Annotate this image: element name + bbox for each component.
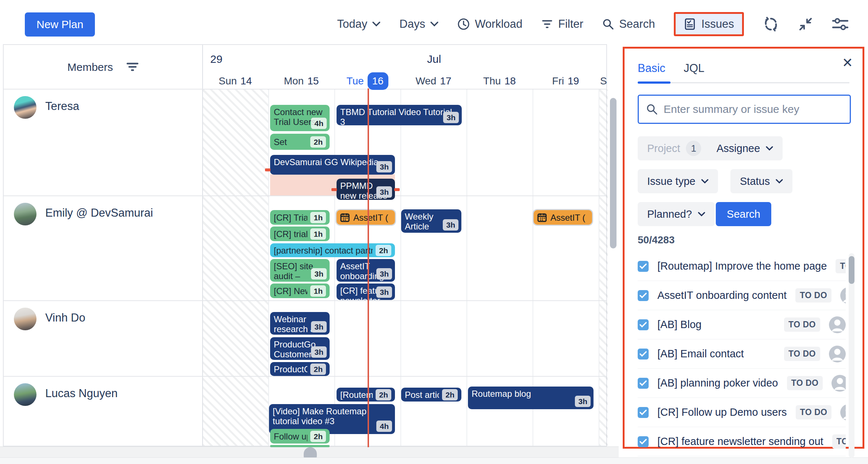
- checkbox-checked[interactable]: [638, 319, 649, 330]
- issue-type-filter-chip[interactable]: Issue type: [638, 169, 718, 193]
- day-name: Sun: [219, 75, 237, 87]
- task-bar-calendar[interactable]: AssetIT (: [337, 210, 395, 225]
- member-filter-icon[interactable]: [126, 62, 139, 73]
- task-bar[interactable]: Follow up 2h: [270, 429, 330, 444]
- search-icon: [646, 103, 658, 115]
- task-bar[interactable]: Webinar research and 3h: [270, 312, 330, 335]
- task-bar[interactable]: [Routemap] 2h: [337, 388, 395, 402]
- issue-row[interactable]: [CR] Follow up Demo users TO DO: [638, 398, 846, 427]
- issues-button[interactable]: Issues: [676, 14, 742, 34]
- task-label: Weekly Article: [405, 212, 433, 231]
- settings-sliders-icon[interactable]: [832, 18, 848, 31]
- search-button[interactable]: Search: [602, 18, 655, 31]
- tab-jql[interactable]: JQL: [684, 62, 704, 75]
- checkbox-checked[interactable]: [638, 378, 649, 389]
- assignee-filter-label: Assignee: [717, 142, 760, 155]
- issue-row[interactable]: AssetIT onboarding content TO DO: [638, 281, 846, 310]
- issue-row[interactable]: [CR] feature newsletter sending out TO D…: [638, 427, 846, 456]
- task-label: [partnership] contact partner: [274, 246, 373, 255]
- today-button[interactable]: Today: [337, 18, 381, 31]
- project-filter-chip[interactable]: Project 1: [638, 136, 711, 160]
- checkbox-checked[interactable]: [638, 349, 649, 360]
- filter-button[interactable]: Filter: [541, 18, 583, 31]
- day-header-wed[interactable]: Wed 17: [400, 72, 466, 90]
- panel-scrollbar-thumb[interactable]: [849, 256, 854, 284]
- task-bar[interactable]: Contact new Trial Users 4h: [270, 105, 330, 131]
- issue-row[interactable]: [AB] planning poker video TO DO: [638, 369, 846, 398]
- task-bar[interactable]: DevSamurai GG Wikipedia 3h: [270, 155, 395, 175]
- status-badge: TO DO: [796, 405, 832, 419]
- issue-row[interactable]: [AB] Blog TO DO: [638, 310, 846, 339]
- task-bar[interactable]: [CR] trial 1h: [270, 227, 330, 241]
- task-bar[interactable]: AssetIT onboarding 3h: [337, 259, 395, 282]
- task-label: Routemap blog: [472, 389, 531, 399]
- week-number: 29: [210, 53, 222, 65]
- search-label: Search: [619, 18, 655, 31]
- close-icon[interactable]: ✕: [842, 55, 853, 71]
- task-bar[interactable]: Routemap blog 3h: [468, 387, 594, 409]
- issue-search-box[interactable]: [638, 95, 851, 124]
- tab-basic[interactable]: Basic: [638, 62, 665, 75]
- panel-scrollbar-track[interactable]: [849, 253, 854, 458]
- task-bar[interactable]: TBMD Tutorial Video Tutorial 3 3h: [337, 105, 462, 125]
- task-bar[interactable]: [CR] feature newsletter 3h: [337, 284, 395, 300]
- checkbox-checked[interactable]: [638, 436, 649, 447]
- day-number: 15: [307, 75, 319, 87]
- issue-row[interactable]: [Routemap] Improve the home page TO DO: [638, 252, 846, 281]
- timeline-horizontal-scrollbar-track[interactable]: [0, 446, 619, 457]
- task-bar[interactable]: [partnership] contact partner 2h: [270, 243, 395, 257]
- task-label: ProductGo: [274, 364, 307, 374]
- filter-label: Filter: [558, 18, 583, 31]
- member-row-emily[interactable]: Emily @ DevSamurai: [4, 196, 202, 300]
- task-bar[interactable]: [SEO] site audit – 3h: [270, 259, 330, 282]
- assignee-filter-chip[interactable]: Assignee: [707, 136, 783, 160]
- days-scale-button[interactable]: Days: [399, 18, 438, 31]
- task-label: [SEO] site audit –: [274, 261, 313, 281]
- task-bar[interactable]: ProductGo 2h: [270, 362, 330, 376]
- status-filter-chip[interactable]: Status: [730, 169, 792, 193]
- timeline-vertical-scrollbar[interactable]: [610, 98, 617, 248]
- active-tab-underline: [638, 81, 671, 84]
- timeline-grid: Members 29 Jul Sun 14 Mon 15 Tue 16 Wed …: [3, 44, 607, 446]
- checkbox-checked[interactable]: [638, 290, 649, 301]
- checkbox-checked[interactable]: [638, 407, 649, 418]
- task-bar[interactable]: Set 2h: [270, 134, 330, 150]
- task-bar-calendar[interactable]: AssetIT (: [534, 210, 592, 225]
- panel-search-button[interactable]: Search: [716, 202, 771, 226]
- issue-search-input[interactable]: [664, 103, 831, 115]
- task-bar[interactable]: Post article 2h: [401, 388, 461, 402]
- task-bar[interactable]: Weekly Article 3h: [401, 209, 461, 233]
- task-bar[interactable]: [CR] Trial 1h: [270, 210, 330, 225]
- sync-icon[interactable]: [763, 16, 779, 32]
- day-name: Tue: [346, 75, 364, 87]
- planned-filter-chip[interactable]: Planned?: [638, 202, 715, 226]
- day-number: 14: [241, 75, 252, 87]
- task-bar-clipped[interactable]: [270, 445, 330, 447]
- task-bar[interactable]: ProductGo Customer 3h: [270, 337, 330, 360]
- task-bar[interactable]: PPMMD new release 3h: [337, 179, 395, 200]
- day-header-tue-today[interactable]: Tue 16: [334, 72, 400, 90]
- member-row-vinh[interactable]: Vinh Do: [4, 301, 202, 376]
- new-plan-button[interactable]: New Plan: [25, 12, 95, 37]
- members-column-divider: [202, 45, 203, 446]
- workload-label: Workload: [475, 18, 522, 31]
- issue-title: [AB] planning poker video: [657, 377, 778, 389]
- member-row-teresa[interactable]: Teresa: [4, 90, 202, 195]
- day-header-sun[interactable]: Sun 14: [202, 72, 268, 90]
- task-label: [CR] trial: [274, 229, 307, 239]
- issues-label: Issues: [701, 18, 734, 31]
- collapse-icon[interactable]: [798, 16, 813, 32]
- issue-row[interactable]: [AB] Email contact TO DO: [638, 339, 846, 369]
- task-hours: 3h: [311, 346, 327, 358]
- workload-button[interactable]: Workload: [457, 18, 522, 31]
- day-header-thu[interactable]: Thu 18: [466, 72, 533, 90]
- checkbox-checked[interactable]: [638, 261, 649, 272]
- day-header-mon[interactable]: Mon 15: [268, 72, 334, 90]
- task-bar[interactable]: [CR] New 1h: [270, 284, 330, 298]
- person-icon: [840, 404, 846, 421]
- member-row-lucas[interactable]: Lucas Nguyen: [4, 377, 202, 447]
- task-hours: 3h: [376, 186, 392, 198]
- chevron-down-icon: [776, 179, 783, 184]
- day-header-sat-clipped[interactable]: S: [599, 72, 613, 90]
- day-header-fri[interactable]: Fri 19: [533, 72, 599, 90]
